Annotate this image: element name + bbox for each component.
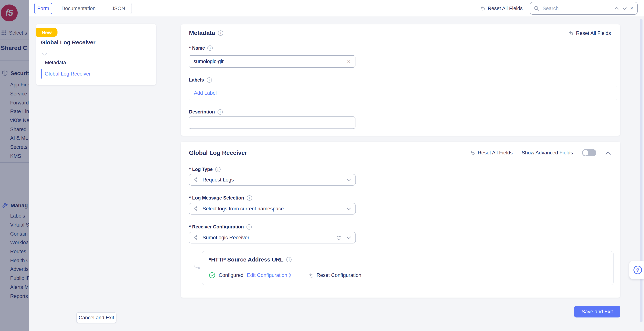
modal-backdrop <box>0 0 29 331</box>
divider <box>611 5 611 12</box>
connector-dot <box>198 267 200 270</box>
form-nav-item-metadata[interactable]: Metadata <box>41 58 152 67</box>
show-advanced-fields-toggle[interactable] <box>582 149 596 156</box>
toggle-knob <box>583 150 588 156</box>
clear-icon[interactable]: × <box>347 58 350 64</box>
sidebar: f5 Select s Shared C Securit App Fire Se… <box>0 0 29 331</box>
info-icon[interactable]: i <box>246 224 252 230</box>
name-input-wrap: × <box>188 55 356 68</box>
nested-field-connector <box>194 244 198 268</box>
log-message-selection-label: * Log Message Selectioni <box>189 195 252 201</box>
labels-label: Labelsi <box>189 78 212 83</box>
undo-icon <box>480 5 486 11</box>
create-global-log-receiver-modal: Form Documentation JSON Reset All Fields… <box>29 0 644 331</box>
reset-configuration-button[interactable]: Reset Configuration <box>308 272 362 278</box>
undo-icon <box>568 30 574 36</box>
description-input[interactable] <box>194 120 350 126</box>
view-tabs: Form Documentation JSON <box>34 2 132 14</box>
name-label: * Namei <box>189 46 213 51</box>
collapse-chevron-up-icon[interactable] <box>605 151 611 154</box>
form-nav-item-global-log-receiver[interactable]: Global Log Receiver <box>41 69 152 78</box>
log-message-selection-select[interactable]: Select logs from current namespace <box>188 203 356 214</box>
divider <box>36 53 156 53</box>
log-type-value: Request Logs <box>202 177 343 182</box>
metadata-title: Metadata <box>189 30 215 36</box>
chevron-right-icon <box>289 273 292 278</box>
edit-configuration-link[interactable]: Edit Configuration <box>247 272 292 278</box>
name-input[interactable] <box>194 58 347 64</box>
question-mark-icon: ? <box>634 266 642 274</box>
info-icon[interactable]: i <box>218 109 223 114</box>
chevron-up-icon[interactable] <box>614 6 619 11</box>
log-type-label: * Log Typei <box>189 167 220 172</box>
cancel-and-exit-button[interactable]: Cancel and Exit <box>76 312 116 323</box>
chevron-down-icon <box>346 178 351 181</box>
receiver-configuration-select[interactable]: SumoLogic Receiver <box>188 232 356 244</box>
undo-icon <box>308 272 314 278</box>
metadata-card: Metadata i Reset All Fields * Namei <box>181 24 620 136</box>
chevron-down-icon[interactable] <box>622 6 627 11</box>
new-badge: New <box>36 28 57 37</box>
description-input-wrap <box>188 116 356 129</box>
form-nav-title: Global Log Receiver <box>41 39 96 46</box>
receiver-configuration-value: SumoLogic Receiver <box>202 235 332 240</box>
description-label: Descriptioni <box>189 109 223 114</box>
chevron-down-icon <box>346 236 351 239</box>
labels-box: Add Label <box>188 86 617 100</box>
configured-check-icon <box>209 272 215 278</box>
info-icon[interactable]: i <box>208 46 213 51</box>
form-nav-card: New Global Log Receiver Metadata Global … <box>36 24 156 85</box>
log-message-selection-value: Select logs from current namespace <box>202 206 343 212</box>
glr-title: Global Log Receiver <box>189 149 247 156</box>
reset-all-fields-button[interactable]: Reset All Fields <box>480 5 523 11</box>
caret-down-icon <box>42 53 47 56</box>
tab-json[interactable]: JSON <box>105 2 132 14</box>
info-icon[interactable]: i <box>218 30 223 36</box>
search-input[interactable] <box>542 6 608 11</box>
branch-icon <box>194 177 199 182</box>
screen: f5 Select s Shared C Securit App Fire Se… <box>0 0 644 331</box>
refresh-icon[interactable] <box>336 235 341 240</box>
branch-icon <box>194 206 199 212</box>
global-log-receiver-card: Global Log Receiver Reset All Fields Sho… <box>181 142 620 298</box>
undo-icon <box>470 150 476 156</box>
save-and-exit-button[interactable]: Save and Exit <box>574 306 620 318</box>
branch-icon <box>194 235 199 240</box>
help-button[interactable]: ? <box>629 261 644 279</box>
info-icon[interactable]: i <box>215 167 220 172</box>
close-icon[interactable]: × <box>630 5 634 11</box>
log-type-select[interactable]: Request Logs <box>188 174 356 186</box>
add-label-button[interactable]: Add Label <box>194 90 217 96</box>
http-source-address-url-box: *HTTP Source Address URL i Configured Ed… <box>202 251 614 285</box>
chevron-down-icon <box>346 207 351 210</box>
modal-content: New Global Log Receiver Metadata Global … <box>29 17 644 331</box>
info-icon[interactable]: i <box>286 257 292 262</box>
receiver-configuration-label: * Receiver Configurationi <box>189 224 252 230</box>
info-icon[interactable]: i <box>247 195 252 201</box>
show-advanced-fields-label: Show Advanced Fields <box>522 150 573 156</box>
tab-form[interactable]: Form <box>34 2 52 14</box>
info-icon[interactable]: i <box>206 78 212 83</box>
configured-status: Configured <box>219 272 244 278</box>
metadata-reset-all-fields-button[interactable]: Reset All Fields <box>568 30 611 36</box>
http-source-title: *HTTP Source Address URL <box>209 256 284 262</box>
glr-reset-all-fields-button[interactable]: Reset All Fields <box>470 150 513 156</box>
search-icon <box>534 6 540 11</box>
tab-documentation[interactable]: Documentation <box>52 2 105 14</box>
modal-topbar: Form Documentation JSON Reset All Fields… <box>29 0 644 17</box>
search-box: × <box>530 2 638 15</box>
